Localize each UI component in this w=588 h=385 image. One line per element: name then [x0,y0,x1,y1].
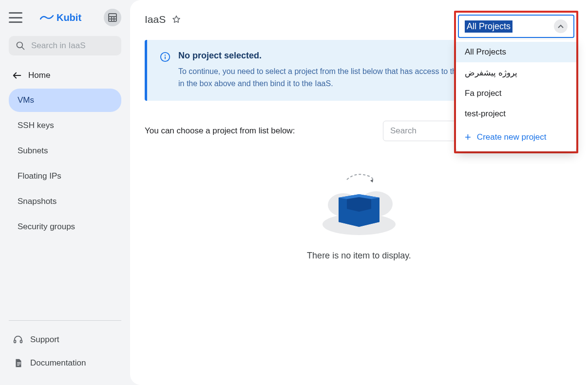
create-project-label: Create new project [477,132,547,142]
svg-rect-0 [109,14,116,21]
sidebar-item-subnets[interactable]: Subnets [9,139,121,163]
wave-icon [40,13,54,22]
list-instruction: You can choose a project from list below… [145,126,376,136]
sidebar-item-securitygroups[interactable]: Security groups [9,215,121,238]
nav-label: Floating IPs [18,171,61,181]
svg-rect-9 [17,362,20,363]
sidebar-item-sshkeys[interactable]: SSH keys [9,114,121,137]
nav-label: VMs [18,95,34,105]
project-option[interactable]: test-project [456,104,576,124]
page-title: IaaS [145,14,166,25]
back-home[interactable]: Home [9,67,121,89]
project-dropdown: All Projects All Projects پروژه پیشفرض F… [454,11,578,153]
sidebar-search[interactable] [9,36,121,55]
empty-box-icon [320,171,398,239]
project-option[interactable]: All Projects [456,42,576,62]
support-label: Support [30,335,59,345]
documentation-link[interactable]: Documentation [9,353,121,373]
nav-label: Subnets [18,146,48,155]
option-label: Fa project [465,89,502,98]
project-option[interactable]: Fa project [456,83,576,104]
sidebar-item-floatingips[interactable]: Floating IPs [9,165,121,188]
option-label: test-project [465,109,506,118]
support-link[interactable]: Support [9,330,121,350]
brand-name: Kubit [57,12,81,23]
nav-label: Security groups [18,222,75,231]
sidebar: Kubit Home VMs SSH keys Subnets Floating… [0,0,130,385]
document-icon [13,358,23,368]
search-icon [16,41,25,51]
selected-project: All Projects [465,20,512,33]
apps-button[interactable] [104,9,121,26]
info-icon [160,52,171,90]
sidebar-item-vms[interactable]: VMs [9,89,121,112]
svg-rect-14 [165,56,166,59]
favorite-button[interactable] [171,15,181,24]
svg-rect-11 [17,365,19,366]
arrow-left-icon [12,70,22,81]
empty-state: There is no item to display. [145,171,573,261]
project-options: All Projects پروژه پیشفرض Fa project tes… [456,40,576,124]
create-project-button[interactable]: + Create new project [456,124,576,151]
plus-icon: + [465,131,471,144]
docs-label: Documentation [30,358,86,368]
grid-icon [108,13,117,22]
svg-line-6 [22,47,24,50]
empty-text: There is no item to display. [307,251,411,261]
option-label: All Projects [465,47,506,56]
nav-label: SSH keys [18,121,54,130]
sidebar-nav: VMs SSH keys Subnets Floating IPs Snapsh… [9,89,121,238]
nav-label: Snapshots [18,197,57,206]
main-content: IaaS No project selected. To continue, y… [130,0,588,385]
brand-logo[interactable]: Kubit [24,12,97,23]
back-label: Home [28,71,50,80]
option-label: پروژه پیشفرض [465,68,517,77]
svg-rect-7 [14,340,16,343]
chevron-up-icon [554,19,568,33]
svg-rect-8 [20,340,22,343]
sidebar-search-input[interactable] [31,41,134,51]
menu-toggle-button[interactable] [9,12,22,23]
project-select[interactable]: All Projects [458,15,574,38]
headset-icon [13,334,23,345]
svg-point-13 [165,55,166,55]
sidebar-item-snapshots[interactable]: Snapshots [9,190,121,213]
sidebar-footer: Support Documentation [9,320,121,385]
project-option[interactable]: پروژه پیشفرض [456,62,576,83]
svg-rect-10 [17,364,20,364]
